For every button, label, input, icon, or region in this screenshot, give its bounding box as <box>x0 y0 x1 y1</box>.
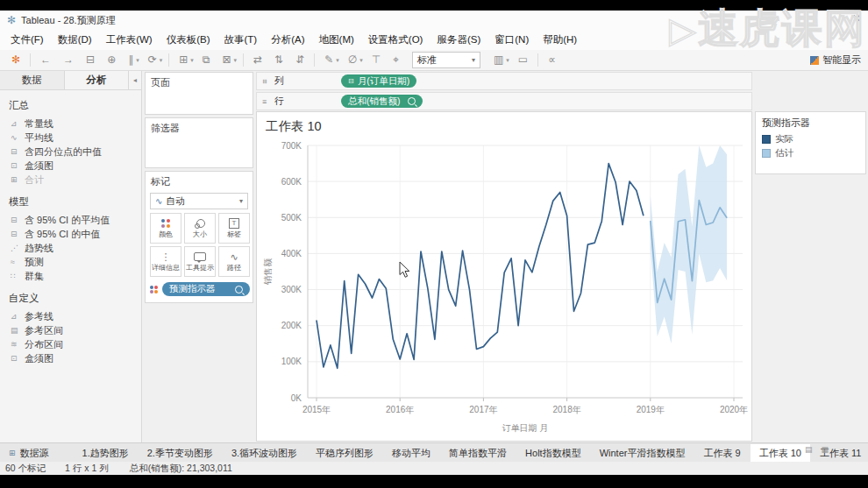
analytics-item-box-plot-custom[interactable]: ⊡盒须图 <box>0 351 141 365</box>
pin-icon[interactable]: ⌖ <box>387 50 405 70</box>
totals-icon: ⊞ <box>11 173 25 187</box>
swap-rows-columns-icon[interactable]: ⇄ <box>247 50 268 70</box>
legend-swatch <box>762 135 771 144</box>
section-title: 自定义 <box>9 292 141 305</box>
detail-button[interactable]: ⋮ 详细信息 <box>150 246 181 277</box>
cluster-icon: ∷ <box>11 269 25 283</box>
size-button[interactable]: 大小 <box>184 213 216 244</box>
share-icon[interactable]: ∝ <box>542 50 562 70</box>
analytics-item-distribution-band[interactable]: ≋分布区间 <box>0 337 141 351</box>
legend-item-actual[interactable]: 实际 <box>762 133 865 145</box>
sheet-tab-平稳序列图形[interactable]: 平稳序列图形 <box>307 444 382 462</box>
filters-card-title: 筛选器 <box>151 122 253 135</box>
menu-item-4[interactable]: 仪表板(B) <box>160 30 217 50</box>
forecast-indicator-legend[interactable]: 预测指示器 实际估计 <box>755 111 866 174</box>
fit-select[interactable]: 标准 ▾ <box>412 52 480 68</box>
menu-item-7[interactable]: 地图(M) <box>312 30 361 50</box>
menu-item-5[interactable]: 故事(T) <box>217 30 265 50</box>
sheet-tab-移动平均[interactable]: 移动平均 <box>383 444 439 462</box>
analytics-item-totals: ⊞合计 <box>0 173 141 187</box>
sheet-tab-2.季节变动图形[interactable]: 2.季节变动图形 <box>139 444 222 462</box>
svg-text:订单日期 月: 订单日期 月 <box>502 423 549 433</box>
filters-card[interactable]: 筛选器 <box>145 117 253 168</box>
tab-data[interactable]: 数据 <box>0 71 65 89</box>
pages-card[interactable]: 页面 <box>145 72 253 115</box>
mouse-cursor <box>399 261 411 279</box>
analytics-item-forecast[interactable]: ≈预测 <box>0 255 141 269</box>
analytics-item-box-plot[interactable]: ⊡盒须图 <box>0 159 141 173</box>
sales-forecast-line-chart[interactable]: 2015年2016年2017年2018年2019年2020年0K100K200K… <box>257 137 751 442</box>
sort-descending-icon[interactable]: ⇵ <box>289 50 310 70</box>
columns-shelf-label: 列 <box>274 74 341 88</box>
sheet-tab-1.趋势图形[interactable]: 1.趋势图形 <box>74 444 138 462</box>
menu-item-9[interactable]: 服务器(S) <box>430 30 487 50</box>
legend-item-estimate[interactable]: 估计 <box>762 147 865 159</box>
sheet-tab-Holt指数模型[interactable]: Holt指数模型 <box>516 444 590 462</box>
rows-icon: ≡ <box>262 97 274 106</box>
sort-ascending-icon[interactable]: ⇅ <box>268 50 289 70</box>
presentation-mode-icon[interactable]: ▭ <box>512 50 534 70</box>
tab-datasource[interactable]: ⊞数据源 <box>0 444 58 462</box>
chevron-down-icon: ▾ <box>239 197 243 205</box>
line-mark-icon: ∿ <box>155 196 162 206</box>
box-plot-icon: ⊡ <box>11 159 25 173</box>
analytics-item-reference-band[interactable]: ▤参考区间 <box>0 323 141 337</box>
analytics-item-cluster[interactable]: ∷群集 <box>0 269 141 283</box>
tab-analytics[interactable]: 分析 <box>65 71 130 89</box>
size-icon <box>195 217 205 230</box>
chevron-down-icon[interactable]: ▾ <box>160 57 166 64</box>
sheet-view-controls[interactable]: ▤▦ <box>800 445 833 454</box>
duplicate-sheet-icon[interactable]: ⧉ <box>196 50 217 70</box>
sheet-tab-工作表-9[interactable]: 工作表 9 <box>694 444 749 462</box>
menu-item-10[interactable]: 窗口(N) <box>487 30 536 50</box>
menu-item-2[interactable]: 数据(D) <box>51 30 99 50</box>
show-mark-labels-icon[interactable]: ⊤ <box>366 50 387 70</box>
chevron-down-icon[interactable]: ▾ <box>234 57 240 64</box>
menu-item-6[interactable]: 分析(A) <box>264 30 311 50</box>
menu-item-1[interactable]: 文件(F) <box>4 30 51 50</box>
analytics-item-average-with-ci[interactable]: ⊟含 95% CI 的平均值 <box>0 213 141 227</box>
menu-item-11[interactable]: 帮助(H) <box>536 30 584 50</box>
sheet-tab-3.循环波动图形[interactable]: 3.循环波动图形 <box>223 444 306 462</box>
redo-icon[interactable]: → <box>57 50 80 70</box>
tooltip-button[interactable]: 工具提示 <box>184 246 216 277</box>
columns-pill-month-orderdate[interactable]: ⊟ 月(订单日期) <box>341 74 416 88</box>
status-bar: 60 个标记 1 行 x 1 列 总和(销售额): 21,303,011 <box>0 462 868 475</box>
show-sheet-tabs-icon[interactable]: ▦ <box>816 445 833 454</box>
separator <box>168 53 169 67</box>
svg-text:2018年: 2018年 <box>552 405 580 414</box>
toolbar-right-group: ▥▾▭∝ <box>487 50 562 70</box>
forecast-indicator-pill[interactable]: 预测指示器 <box>162 282 250 296</box>
smart-show-button[interactable]: 智能显示 <box>810 53 861 67</box>
analytics-item-reference-line[interactable]: ⊿参考线 <box>0 309 141 323</box>
worksheet-view: 工作表 10 2015年2016年2017年2018年2019年2020年0K1… <box>256 111 752 442</box>
menu-item-8[interactable]: 设置格式(O) <box>361 30 430 50</box>
title-bar: ✻ Tableau - 28.预测原理 ✕ <box>0 11 868 30</box>
svg-text:2020年: 2020年 <box>720 405 748 414</box>
path-button[interactable]: ∿ 路径 <box>218 246 250 277</box>
analytics-item-average-line[interactable]: ∿平均线 <box>0 131 141 145</box>
show-filmstrip-icon[interactable]: ▤ <box>800 445 817 454</box>
analytics-item-trend-line[interactable]: ⋰趋势线 <box>0 241 141 255</box>
separator <box>314 53 315 67</box>
pane-tabs: 数据 分析 ◂ <box>0 71 141 90</box>
new-data-source-icon[interactable]: ⊕ <box>101 50 122 70</box>
sheet-tab-Winter平滑指数模型[interactable]: Winter平滑指数模型 <box>591 444 694 462</box>
mark-type-dropdown[interactable]: ∿自动 ▾ <box>150 193 248 209</box>
analytics-item-median-with-ci[interactable]: ⊟含 95% CI 的中值 <box>0 227 141 241</box>
tableau-logo-icon[interactable]: ✻ <box>5 50 26 70</box>
rows-shelf[interactable]: ≡ 行 总和(销售额) <box>256 92 752 110</box>
undo-icon[interactable]: ← <box>34 50 57 70</box>
rows-pill-sum-sales[interactable]: 总和(销售额) <box>341 95 423 108</box>
color-button[interactable]: 颜色 <box>150 213 181 244</box>
save-icon[interactable]: ⊟ <box>80 50 101 70</box>
analytics-item-constant-line[interactable]: ⊿常量线 <box>0 117 141 131</box>
collapse-pane-icon[interactable]: ◂ <box>129 71 141 89</box>
analytics-item-median-quartiles[interactable]: ⊟含四分位点的中值 <box>0 145 141 159</box>
sheet-tab-简单指数平滑[interactable]: 简单指数平滑 <box>440 444 516 462</box>
label-button[interactable]: T 标签 <box>218 213 250 244</box>
columns-shelf[interactable]: ≡ 列 ⊟ 月(订单日期) <box>256 72 752 90</box>
close-button[interactable]: ✕ <box>852 12 861 25</box>
menu-item-3[interactable]: 工作表(W) <box>99 30 160 50</box>
legend-items: 实际估计 <box>756 133 865 159</box>
